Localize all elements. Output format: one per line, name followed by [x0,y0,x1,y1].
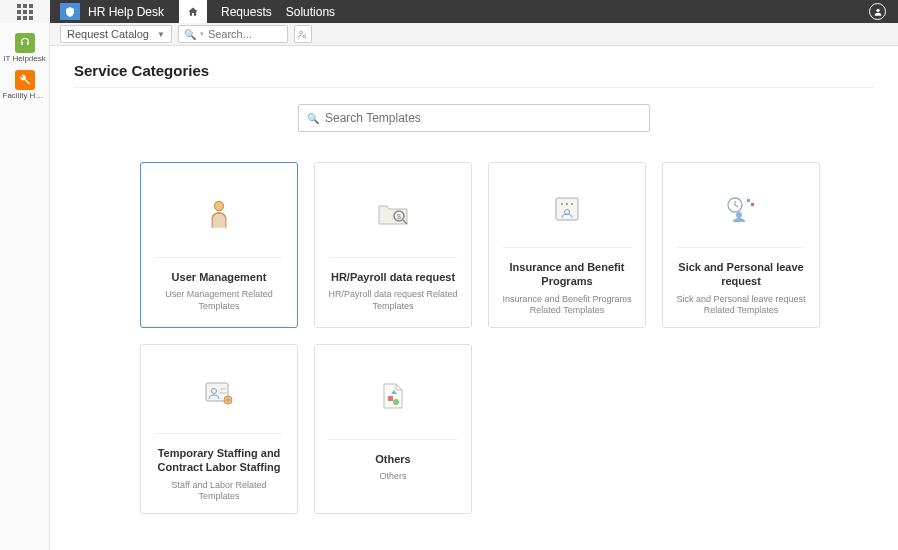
card-title: Insurance and Benefit Programs [497,260,637,289]
rail-label: Facility Help.. [3,92,47,101]
card-title: Temporary Staffing and Contract Labor St… [149,446,289,475]
toolbar-search-input[interactable] [208,28,282,40]
dropdown-label: Request Catalog [67,28,149,40]
top-bar: HR Help Desk Requests Solutions [0,0,898,23]
it-helpdesk-icon [15,33,35,53]
search-templates[interactable]: 🔍 [298,104,650,132]
nav-solutions[interactable]: Solutions [286,5,335,19]
service-category-grid: User Management User Management Related … [140,162,874,514]
card-title: HR/Payroll data request [327,270,459,284]
search-icon: 🔍 [307,113,319,124]
insurance-icon [554,185,580,233]
user-management-icon [205,185,233,243]
card-user-management[interactable]: User Management User Management Related … [140,162,298,328]
card-insurance-benefits[interactable]: Insurance and Benefit Programs Insurance… [488,162,646,328]
card-desc: Sick and Personal leave request Related … [671,294,811,317]
nav-requests[interactable]: Requests [221,5,272,19]
user-search-icon [297,29,308,40]
left-rail: IT Helpdesk Facility Help.. [0,23,50,550]
svg-rect-14 [751,203,754,206]
svg-point-8 [566,203,568,205]
card-desc: Insurance and Benefit Programs Related T… [497,294,637,317]
search-templates-input[interactable] [325,111,641,125]
svg-point-2 [303,34,306,37]
card-sick-leave[interactable]: Sick and Personal leave request Sick and… [662,162,820,328]
chevron-down-icon: ▾ [200,30,204,38]
card-hr-payroll[interactable]: $ HR/Payroll data request HR/Payroll dat… [314,162,472,328]
rail-item-facility-help[interactable]: Facility Help.. [3,68,47,103]
search-icon: 🔍 [184,29,196,40]
svg-rect-13 [747,199,750,202]
svg-text:$: $ [397,213,401,220]
request-catalog-dropdown[interactable]: Request Catalog ▼ [60,25,172,43]
home-icon [187,6,199,17]
sick-leave-icon [725,185,757,233]
card-title: Others [371,452,414,466]
apps-grid-icon [17,4,33,20]
others-icon [381,367,405,425]
page-title: Service Categories [74,62,874,88]
svg-point-9 [571,203,573,205]
user-avatar-button[interactable] [869,3,886,20]
card-desc: HR/Payroll data request Related Template… [323,289,463,312]
app-logo-icon [60,3,80,20]
svg-point-0 [876,8,879,11]
svg-rect-18 [388,396,393,401]
payroll-data-icon: $ [377,185,409,243]
card-title: User Management [168,270,271,284]
rail-item-it-helpdesk[interactable]: IT Helpdesk [3,31,47,66]
app-title: HR Help Desk [88,5,164,19]
svg-point-19 [393,399,399,405]
main-content: Service Categories 🔍 User Management Use… [50,46,898,530]
apps-launcher-button[interactable] [0,0,50,23]
sub-toolbar: Request Catalog ▼ 🔍 ▾ [0,23,898,46]
card-desc: Others [375,471,410,483]
svg-point-3 [214,201,223,210]
staffing-icon [204,367,234,419]
svg-point-12 [736,212,742,218]
search-options-button[interactable] [294,25,312,43]
facility-help-icon [15,70,35,90]
card-others[interactable]: Others Others [314,344,472,514]
toolbar-search[interactable]: 🔍 ▾ [178,25,288,43]
svg-point-7 [561,203,563,205]
home-tab[interactable] [179,0,207,23]
user-icon [873,7,883,17]
rail-label: IT Helpdesk [3,55,47,64]
card-desc: User Management Related Templates [149,289,289,312]
svg-point-1 [300,31,303,34]
card-desc: Staff and Labor Related Templates [149,480,289,503]
card-title: Sick and Personal leave request [671,260,811,289]
chevron-down-icon: ▼ [157,30,165,39]
card-temp-staffing[interactable]: Temporary Staffing and Contract Labor St… [140,344,298,514]
